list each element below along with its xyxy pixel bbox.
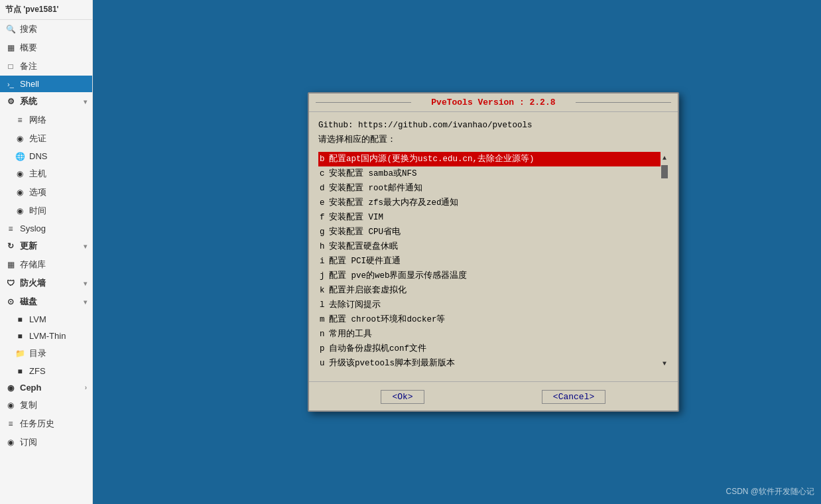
sidebar-item-host-label: 主机: [29, 168, 46, 180]
scrollbar-up-arrow[interactable]: ▲: [663, 153, 666, 164]
sidebar-section-ceph[interactable]: ◉ Ceph ›: [0, 379, 92, 396]
dns-icon: 🌐: [15, 152, 25, 161]
sidebar: 节点 'pve1581' 🔍 搜索 ▦ 概要 □ 备注 ›_ Shell ⚙ 系…: [0, 0, 93, 504]
chevron-down-icon: ▾: [84, 98, 87, 105]
node-title: 节点 'pve1581': [0, 0, 92, 20]
backup-icon: □: [5, 62, 16, 71]
sidebar-item-storage-label: 存储库: [20, 259, 46, 271]
sidebar-section-system-label: 系统: [20, 95, 37, 107]
chevron-fw-icon: ▾: [84, 280, 87, 287]
sidebar-item-network[interactable]: ≡ 网络: [0, 111, 92, 129]
menu-item-h[interactable]: h 安装配置硬盘休眠: [318, 239, 661, 254]
sidebar-section-ceph-label: Ceph: [20, 383, 42, 393]
firewall-icon: 🛡: [5, 279, 16, 288]
chevron-right-icon: ▾: [84, 243, 87, 250]
replicate-icon: ◉: [5, 401, 16, 410]
ok-button[interactable]: <Ok>: [381, 390, 424, 404]
overview-icon: ▦: [5, 43, 16, 52]
menu-item-j[interactable]: j 配置 pve的web界面显示传感器温度: [318, 269, 661, 283]
scrollbar-thumb[interactable]: [661, 165, 668, 178]
sidebar-item-network-label: 网络: [29, 114, 46, 126]
shell-icon: ›_: [5, 80, 16, 88]
menu-item-g[interactable]: g 安装配置 CPU省电: [318, 225, 661, 239]
menu-item-i[interactable]: i 配置 PCI硬件直通: [318, 254, 661, 269]
sidebar-item-replicate-label: 复制: [20, 399, 37, 411]
sidebar-item-zfs-label: ZFS: [29, 366, 46, 376]
sidebar-section-firewall-label: 防火墙: [20, 277, 46, 289]
sidebar-item-options-label: 选项: [29, 186, 46, 198]
lvm-thin-icon: ■: [15, 332, 25, 341]
sidebar-item-directory-label: 目录: [29, 347, 46, 359]
sidebar-section-updates-label: 更新: [20, 240, 37, 252]
sidebar-item-dns[interactable]: 🌐 DNS: [0, 148, 92, 164]
system-icon: ⚙: [5, 97, 16, 106]
sidebar-item-overview[interactable]: ▦ 概要: [0, 38, 92, 57]
sidebar-section-system[interactable]: ⚙ 系统 ▾: [0, 92, 92, 111]
sidebar-item-time-label: 时间: [29, 205, 46, 217]
menu-item-c[interactable]: c 安装配置 samba或NFS: [318, 166, 661, 181]
lvm-icon: ■: [15, 315, 25, 324]
sidebar-item-cert[interactable]: ◉ 先证: [0, 129, 92, 148]
sidebar-section-disk[interactable]: ⊙ 磁盘 ▾: [0, 292, 92, 311]
sidebar-item-lvm-thin-label: LVM-Thin: [29, 331, 66, 341]
dialog-menu-list: b 配置apt国内源(更换为ustc.edu.cn,去除企业源等)c 安装配置 …: [318, 152, 661, 371]
zfs-icon: ■: [15, 367, 25, 376]
menu-item-n[interactable]: n 常用的工具: [318, 327, 661, 342]
sidebar-item-backup-label: 备注: [20, 60, 37, 72]
sidebar-item-search[interactable]: 🔍 搜索: [0, 20, 92, 38]
sidebar-item-task-history-label: 任务历史: [20, 418, 54, 430]
sidebar-item-directory[interactable]: 📁 目录: [0, 344, 92, 363]
sidebar-item-backup[interactable]: □ 备注: [0, 57, 92, 76]
menu-item-u[interactable]: u 升级该pvetools脚本到最新版本: [318, 356, 661, 371]
sidebar-item-host[interactable]: ◉ 主机: [0, 164, 92, 183]
updates-icon: ↻: [5, 241, 16, 251]
sidebar-item-zfs[interactable]: ■ ZFS: [0, 363, 92, 379]
sidebar-item-lvm-label: LVM: [29, 314, 46, 324]
sidebar-item-syslog[interactable]: ≡ Syslog: [0, 220, 92, 237]
sidebar-item-storage[interactable]: ▦ 存储库: [0, 255, 92, 274]
watermark: CSDN @软件开发随心记: [726, 486, 814, 497]
task-history-icon: ≡: [5, 419, 16, 428]
main-content: PveTools Version : 2.2.8 Github: https:/…: [93, 0, 821, 504]
sidebar-item-lvm-thin[interactable]: ■ LVM-Thin: [0, 328, 92, 344]
menu-item-p[interactable]: p 自动备份虚拟机conf文件: [318, 342, 661, 356]
sidebar-item-task-history[interactable]: ≡ 任务历史: [0, 414, 92, 433]
syslog-icon: ≡: [5, 224, 16, 233]
subscribe-icon: ◉: [5, 438, 16, 447]
ceph-icon: ◉: [5, 383, 16, 393]
sidebar-item-cert-label: 先证: [29, 133, 46, 145]
cancel-button[interactable]: <Cancel>: [542, 390, 605, 404]
dialog-title-bar: PveTools Version : 2.2.8: [309, 94, 678, 112]
dialog-scrollbar[interactable]: ▲ ▼: [661, 152, 668, 371]
pvetools-dialog: PveTools Version : 2.2.8 Github: https:/…: [308, 92, 679, 412]
sidebar-item-lvm[interactable]: ■ LVM: [0, 311, 92, 328]
dialog-buttons: <Ok> <Cancel>: [309, 381, 678, 410]
chevron-ceph-icon: ›: [85, 384, 87, 391]
menu-item-k[interactable]: k 配置并启嵌套虚拟化: [318, 283, 661, 298]
menu-item-b[interactable]: b 配置apt国内源(更换为ustc.edu.cn,去除企业源等): [318, 152, 661, 166]
sidebar-section-disk-label: 磁盘: [20, 296, 37, 308]
time-icon: ◉: [15, 206, 25, 216]
sidebar-item-time[interactable]: ◉ 时间: [0, 202, 92, 220]
cert-icon: ◉: [15, 134, 25, 143]
menu-item-l[interactable]: l 去除订阅提示: [318, 298, 661, 312]
menu-item-d[interactable]: d 安装配置 root邮件通知: [318, 181, 661, 196]
menu-item-m[interactable]: m 配置 chroot环境和docker等: [318, 312, 661, 327]
sidebar-item-subscribe[interactable]: ◉ 订阅: [0, 433, 92, 452]
dialog-prompt: 请选择相应的配置：: [318, 133, 668, 147]
options-icon: ◉: [15, 188, 25, 197]
host-icon: ◉: [15, 169, 25, 178]
sidebar-item-search-label: 搜索: [20, 23, 37, 35]
menu-item-f[interactable]: f 安装配置 VIM: [318, 210, 661, 225]
sidebar-item-options[interactable]: ◉ 选项: [0, 183, 92, 202]
search-icon: 🔍: [5, 25, 16, 34]
network-icon: ≡: [15, 115, 25, 125]
scrollbar-down-arrow[interactable]: ▼: [663, 359, 666, 369]
sidebar-section-updates[interactable]: ↻ 更新 ▾: [0, 237, 92, 255]
menu-item-e[interactable]: e 安装配置 zfs最大内存及zed通知: [318, 196, 661, 210]
sidebar-item-shell[interactable]: ›_ Shell: [0, 76, 92, 92]
storage-icon: ▦: [5, 260, 16, 269]
sidebar-section-firewall[interactable]: 🛡 防火墙 ▾: [0, 274, 92, 292]
sidebar-item-replicate[interactable]: ◉ 复制: [0, 396, 92, 414]
dialog-title-text: PveTools Version : 2.2.8: [424, 97, 562, 107]
